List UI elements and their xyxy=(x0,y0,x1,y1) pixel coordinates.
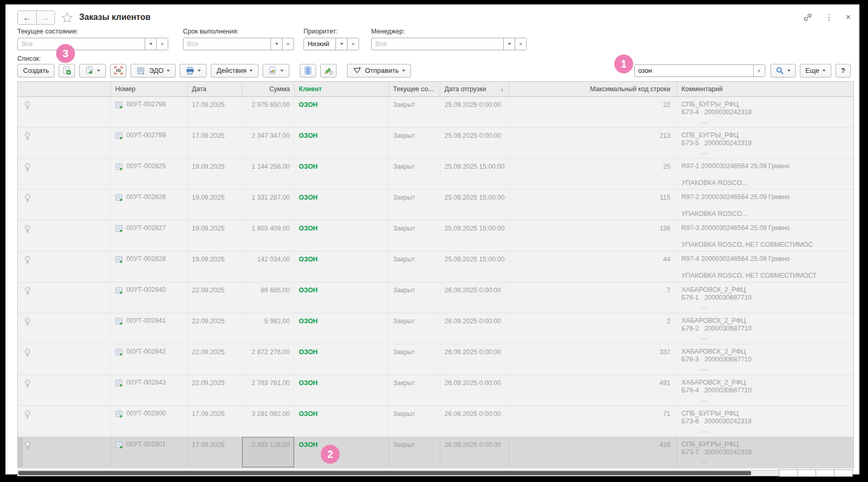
chevron-down-icon[interactable] xyxy=(335,38,347,50)
cell-date[interactable]: 19.09.2025 xyxy=(188,251,242,282)
cell-sum[interactable]: 1 331 287,00 xyxy=(242,190,295,220)
create-button[interactable]: Создать xyxy=(17,64,55,78)
cell-max-code[interactable]: 115 xyxy=(509,190,677,220)
cell-comment[interactable]: ХАБАРОВСК_2_РФЦБ76-4 2000030687710... xyxy=(677,375,853,406)
cell-status-bulb[interactable] xyxy=(18,190,111,220)
cell-status-bulb[interactable] xyxy=(18,128,111,158)
column-header-ship-date[interactable]: Дата отгрузки↓ xyxy=(440,82,509,96)
cell-comment[interactable]: СПБ_БУГРЫ_РФЦБ73-5 2000030242318... xyxy=(677,128,853,158)
cell-max-code[interactable]: 7 xyxy=(509,282,677,313)
cell-sum[interactable]: 142 034,00 xyxy=(242,251,295,282)
cell-date[interactable]: 17.09.2025 xyxy=(188,437,242,467)
cell-comment[interactable]: СПБ_БУГРЫ_РФЦБ73-7 2000030242318... xyxy=(677,437,853,467)
cell-status-bulb[interactable] xyxy=(18,406,111,436)
cell-client[interactable]: ОЗОН xyxy=(295,282,389,313)
cell-max-code[interactable]: 2 xyxy=(509,313,677,344)
back-button[interactable]: ← xyxy=(18,11,36,24)
table-row[interactable]: 00УТ-00284322.09.20252 763 761,00ОЗОНЗак… xyxy=(18,375,853,406)
cell-max-code[interactable]: 25 xyxy=(509,159,677,189)
cell-status-bulb[interactable] xyxy=(18,159,111,189)
cell-state[interactable]: Закрыт xyxy=(389,344,440,375)
cell-number[interactable]: 00УТ-002798 xyxy=(111,97,188,127)
filter-due-date-input[interactable]: Все xyxy=(183,38,270,50)
table-row[interactable]: 00УТ-00284022.09.202589 685,00ОЗОНЗакрыт… xyxy=(18,282,853,313)
cell-state[interactable]: Закрыт xyxy=(389,375,440,406)
cell-ship-date[interactable]: 25.09.2025 15:00:00 xyxy=(440,159,509,189)
cell-date[interactable]: 19.09.2025 xyxy=(188,190,242,220)
cell-status-bulb[interactable] xyxy=(18,375,111,406)
print-button[interactable] xyxy=(180,64,207,78)
cell-sum[interactable]: 5 982,00 xyxy=(242,313,295,344)
cell-comment[interactable]: R97-4 2000030246564 25.09 ГривноУПАКОВКА… xyxy=(677,251,853,282)
cell-date[interactable]: 19.09.2025 xyxy=(188,159,242,189)
cell-sum[interactable]: 2 893 126,00 xyxy=(242,437,295,467)
cell-number[interactable]: 00УТ-002842 xyxy=(111,344,188,375)
column-header-icon[interactable] xyxy=(18,82,111,96)
cell-comment[interactable]: ХАБАРОВСК_2_РФЦБ76-1 2000030687710... xyxy=(677,282,853,313)
cell-date[interactable]: 22.09.2025 xyxy=(188,313,242,344)
cell-max-code[interactable]: 136 xyxy=(509,221,677,251)
cell-ship-date[interactable]: 26.09.2025 0:00:00 xyxy=(440,282,509,313)
column-header-state[interactable]: Текущее со... xyxy=(389,82,440,96)
table-row[interactable]: 00УТ-00279817.09.20252 975 650,00ОЗОНЗак… xyxy=(18,97,853,128)
scrollbar-thumb[interactable] xyxy=(18,471,751,475)
cell-sum[interactable]: 89 685,00 xyxy=(242,282,295,313)
cell-sum[interactable]: 2 347 347,00 xyxy=(242,128,295,158)
cell-number[interactable]: 00УТ-002799 xyxy=(111,128,188,158)
cell-comment[interactable]: СПБ_БУГРЫ_РФЦБ73-6 2000030242318... xyxy=(677,406,853,436)
cell-max-code[interactable]: 22 xyxy=(509,97,677,127)
filter-current-state-input[interactable]: Все xyxy=(18,38,145,50)
cell-number[interactable]: 00УТ-002827 xyxy=(111,221,188,251)
table-row[interactable]: 00УТ-00284222.09.20252 872 276,00ОЗОНЗак… xyxy=(18,344,853,375)
cell-state[interactable]: Закрыт xyxy=(389,282,440,313)
cell-state[interactable]: Закрыт xyxy=(389,406,440,436)
cell-sum[interactable]: 2 763 761,00 xyxy=(242,375,295,406)
horizontal-scrollbar[interactable] xyxy=(17,470,783,476)
cell-client[interactable]: ОЗОН xyxy=(295,251,389,282)
column-header-client[interactable]: Клиент xyxy=(295,82,389,96)
cell-ship-date[interactable]: 26.09.2025 0:00:00 xyxy=(440,437,509,467)
cell-state[interactable]: Закрыт xyxy=(389,313,440,344)
edit-schedule-icon[interactable] xyxy=(320,64,337,78)
cell-number[interactable]: 00УТ-002826 xyxy=(111,190,188,220)
chevron-down-icon[interactable] xyxy=(145,38,156,50)
cell-status-bulb[interactable] xyxy=(18,221,111,251)
cell-client[interactable]: ОЗОН xyxy=(295,221,389,251)
cell-status-bulb[interactable] xyxy=(18,97,111,127)
column-header-sum[interactable]: Сумма xyxy=(242,82,295,96)
list-settings-icon[interactable] xyxy=(300,64,316,78)
cell-status-bulb[interactable] xyxy=(18,282,111,313)
cell-client[interactable]: ОЗОН xyxy=(295,344,389,375)
cell-comment[interactable]: СПБ_БУГРЫ_РФЦБ73-4 2000030242318... xyxy=(677,97,853,127)
cell-number[interactable]: 00УТ-002825 xyxy=(111,159,188,189)
cell-number[interactable]: 00УТ-002828 xyxy=(111,251,188,282)
send-button[interactable]: Отправить xyxy=(347,64,410,78)
cell-state[interactable]: Закрыт xyxy=(389,190,440,220)
cell-max-code[interactable]: 44 xyxy=(509,251,677,282)
table-row[interactable]: 00УТ-00280017.09.20253 281 082,00ОЗОНЗак… xyxy=(18,406,853,437)
cell-ship-date[interactable]: 25.09.2025 0:00:00 xyxy=(440,97,509,127)
table-row[interactable]: 00УТ-00282619.09.20251 331 287,00ОЗОНЗак… xyxy=(18,190,853,221)
cell-sum[interactable]: 3 281 082,00 xyxy=(242,406,295,436)
cell-ship-date[interactable]: 25.09.2025 15:00:00 xyxy=(440,221,509,251)
cell-max-code[interactable]: 428 xyxy=(509,437,677,467)
cell-client[interactable]: ОЗОН xyxy=(295,406,389,436)
cell-ship-date[interactable]: 26.09.2025 0:00:00 xyxy=(440,344,509,375)
table-row[interactable]: 00УТ-00282719.09.20251 803 409,00ОЗОНЗак… xyxy=(18,221,853,251)
cell-state[interactable]: Закрыт xyxy=(389,251,440,282)
cell-number[interactable]: 00УТ-002840 xyxy=(111,282,188,313)
copy-link-icon[interactable] xyxy=(803,13,812,22)
cell-state[interactable]: Закрыт xyxy=(389,97,440,127)
column-header-date[interactable]: Дата xyxy=(188,82,242,96)
cell-sum[interactable]: 2 975 650,00 xyxy=(242,97,295,127)
close-icon[interactable]: × xyxy=(846,13,851,21)
marking-1c-icon[interactable] xyxy=(110,64,126,78)
cell-date[interactable]: 22.09.2025 xyxy=(188,375,242,406)
table-row[interactable]: 00УТ-00279917.09.20252 347 347,00ОЗОНЗак… xyxy=(18,128,853,159)
clear-icon[interactable]: × xyxy=(347,38,359,50)
column-header-comment[interactable]: Комментарий xyxy=(677,82,853,96)
search-button[interactable] xyxy=(771,64,796,78)
cell-state[interactable]: Закрыт xyxy=(389,437,440,467)
filter-manager-input[interactable]: Все xyxy=(372,38,503,50)
cell-date[interactable]: 17.09.2025 xyxy=(188,97,242,127)
